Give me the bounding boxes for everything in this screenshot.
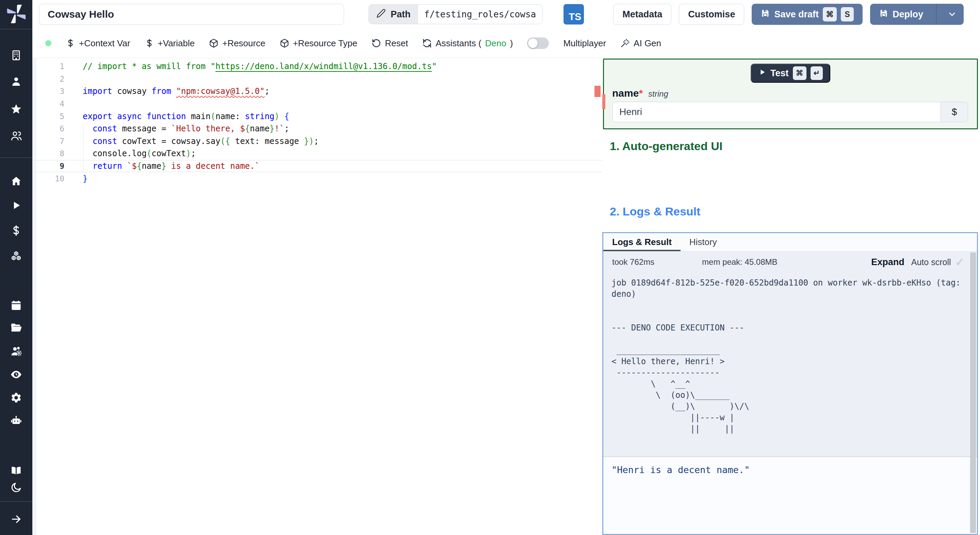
line-number: 8 bbox=[32, 149, 83, 158]
logs-scrollbar[interactable] bbox=[970, 253, 976, 533]
deploy-button[interactable]: Deploy bbox=[870, 4, 964, 25]
code-line[interactable]: 6 const message = `Hello there, ${name}!… bbox=[32, 123, 602, 135]
typescript-badge: TS bbox=[563, 4, 584, 24]
line-number: 5 bbox=[32, 112, 83, 121]
line-number: 2 bbox=[32, 75, 83, 83]
code-line[interactable]: 1// import * as wmill from "https://deno… bbox=[32, 60, 602, 73]
building-icon[interactable] bbox=[7, 46, 26, 65]
multiplayer-toggle[interactable] bbox=[527, 37, 549, 49]
arg-name-row: name* string bbox=[612, 88, 668, 99]
code-line[interactable]: 7 const cowText = cowsay.say({ text: mes… bbox=[32, 135, 602, 148]
code-line[interactable]: 10} bbox=[32, 172, 602, 185]
sidebar bbox=[0, 0, 32, 535]
code-text[interactable]: // import * as wmill from "https://deno.… bbox=[83, 60, 437, 73]
code-line[interactable]: 9 return `${name} is a decent name.` bbox=[32, 160, 602, 172]
line-number: 3 bbox=[32, 87, 83, 96]
multiplayer-label: Multiplayer bbox=[563, 38, 606, 49]
ai-gen-label: AI Gen bbox=[633, 38, 661, 49]
arg-name-input[interactable]: Henri $ bbox=[612, 102, 968, 122]
line-number: 6 bbox=[32, 124, 83, 133]
assistants-label-suffix: ) bbox=[510, 38, 513, 49]
customise-button[interactable]: Customise bbox=[679, 4, 744, 25]
eye-icon[interactable] bbox=[7, 365, 26, 384]
arg-name-value[interactable]: Henri bbox=[612, 102, 940, 122]
code-lines: 1// import * as wmill from "https://deno… bbox=[32, 60, 602, 535]
code-line[interactable]: 5export async function main(name: string… bbox=[32, 110, 602, 123]
book-open-icon[interactable] bbox=[7, 461, 26, 480]
code-line[interactable]: 4 bbox=[32, 98, 602, 110]
code-text[interactable]: export async function main(name: string)… bbox=[83, 110, 289, 123]
save-icon bbox=[879, 8, 888, 21]
folder-open-icon[interactable] bbox=[7, 318, 26, 337]
required-asterisk: * bbox=[639, 88, 643, 99]
path-value[interactable]: f/testing_roles/cowsa bbox=[418, 5, 542, 24]
code-text[interactable]: import cowsay from "npm:cowsay@1.5.0"; bbox=[83, 85, 269, 98]
logs-tabs: Logs & Result History bbox=[603, 233, 977, 252]
play-icon[interactable] bbox=[7, 196, 26, 215]
error-overview-marker[interactable] bbox=[595, 86, 601, 97]
users-icon[interactable] bbox=[7, 126, 26, 145]
kbd-cmd: ⌘ bbox=[823, 7, 837, 21]
toggle-knob bbox=[528, 38, 538, 48]
check-icon[interactable]: ✓ bbox=[955, 255, 965, 269]
add-variable-button[interactable]: +Variable bbox=[145, 38, 195, 49]
boxes-icon[interactable] bbox=[7, 247, 26, 266]
dollar-icon[interactable] bbox=[7, 221, 26, 240]
robot-icon[interactable] bbox=[7, 411, 26, 430]
log-viewer[interactable]: job 0189d64f-812b-525e-f020-652bd9da1100… bbox=[603, 272, 977, 456]
reset-button[interactable]: Reset bbox=[372, 38, 408, 49]
metadata-button[interactable]: Metadata bbox=[613, 4, 671, 25]
save-draft-button[interactable]: Save draft ⌘ S bbox=[752, 4, 862, 25]
deploy-main[interactable]: Deploy bbox=[870, 4, 932, 25]
chevron-down-icon[interactable] bbox=[940, 4, 964, 25]
star-icon[interactable] bbox=[7, 99, 26, 118]
result-viewer[interactable]: "Henri is a decent name." bbox=[603, 456, 977, 534]
add-resource-type-button[interactable]: +Resource Type bbox=[280, 38, 358, 49]
code-line[interactable]: 3import cowsay from "npm:cowsay@1.5.0"; bbox=[32, 85, 602, 98]
play-icon bbox=[758, 68, 766, 79]
calendar-icon[interactable] bbox=[7, 296, 26, 315]
kbd-cmd: ⌘ bbox=[793, 66, 807, 80]
tab-history[interactable]: History bbox=[681, 233, 726, 251]
topbar: Path f/testing_roles/cowsa TS Metadata C… bbox=[32, 0, 980, 29]
line-number: 1 bbox=[32, 62, 83, 71]
deploy-divider bbox=[936, 4, 937, 25]
path-button[interactable]: Path f/testing_roles/cowsa bbox=[369, 5, 542, 24]
sidebar-divider bbox=[0, 501, 32, 502]
test-args-panel: Test ⌘ ↵ name* string Henri $ bbox=[603, 59, 978, 129]
line-number: 10 bbox=[32, 174, 83, 183]
arrow-right-icon[interactable] bbox=[7, 510, 26, 529]
assistants-lang: Deno bbox=[485, 38, 506, 49]
add-context-var-button[interactable]: +Context Var bbox=[66, 38, 130, 49]
code-editor[interactable]: 1// import * as wmill from "https://deno… bbox=[32, 58, 602, 535]
ai-gen-button[interactable]: AI Gen bbox=[620, 38, 661, 49]
gear-icon[interactable] bbox=[7, 388, 26, 407]
mem-peak-label: mem peak: 45.08MB bbox=[702, 257, 777, 267]
code-text[interactable]: console.log(cowText); bbox=[83, 147, 196, 160]
code-text[interactable]: return `${name} is a decent name.` bbox=[83, 160, 259, 172]
arg-name-label: name bbox=[612, 88, 639, 99]
moon-icon[interactable] bbox=[7, 478, 26, 497]
insert-variable-button[interactable]: $ bbox=[940, 102, 968, 122]
home-icon[interactable] bbox=[7, 172, 26, 191]
code-line[interactable]: 2 bbox=[32, 73, 602, 85]
expand-button[interactable]: Expand bbox=[871, 257, 904, 268]
add-resource-button[interactable]: +Resource bbox=[209, 38, 265, 49]
code-text[interactable]: const message = `Hello there, ${name}!`; bbox=[83, 123, 289, 135]
code-line[interactable]: 8 console.log(cowText); bbox=[32, 147, 602, 160]
user-icon[interactable] bbox=[7, 72, 26, 91]
windmill-logo-icon[interactable] bbox=[6, 4, 26, 24]
path-label-section[interactable]: Path bbox=[369, 5, 418, 24]
save-draft-label: Save draft bbox=[774, 9, 819, 20]
test-button[interactable]: Test ⌘ ↵ bbox=[751, 64, 830, 83]
code-text[interactable]: const cowText = cowsay.say({ text: messa… bbox=[83, 135, 319, 148]
tab-logs-result[interactable]: Logs & Result bbox=[603, 233, 681, 251]
save-icon bbox=[760, 8, 770, 21]
users-settings-icon[interactable] bbox=[7, 342, 26, 361]
script-title-input[interactable] bbox=[39, 4, 344, 25]
autoscroll-toggle[interactable]: Auto scroll bbox=[911, 257, 951, 267]
code-text[interactable]: } bbox=[83, 172, 88, 185]
section-logs-result-heading: 2. Logs & Result bbox=[610, 205, 700, 218]
assistants-button[interactable]: Assistants (Deno) bbox=[422, 38, 513, 49]
log-output: job 0189d64f-812b-525e-f020-652bd9da1100… bbox=[611, 277, 969, 435]
